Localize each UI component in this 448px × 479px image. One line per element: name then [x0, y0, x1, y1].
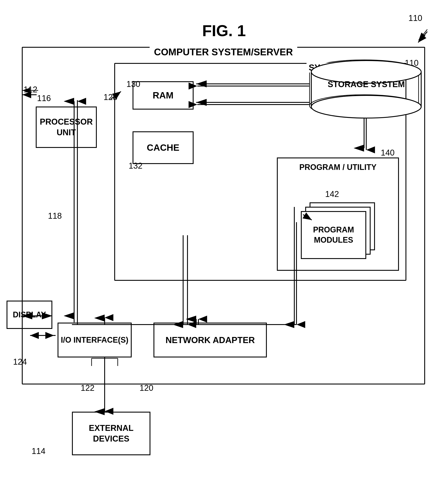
display-box: DISPLAY	[7, 301, 52, 329]
network-adapter-label: NETWORK ADAPTER	[165, 335, 255, 345]
ref-124: 124	[13, 357, 27, 367]
system-memory-label: SYSTEM MEMORY	[306, 63, 388, 73]
cache-box: CACHE	[133, 131, 194, 164]
program-modules-label: PROGRAM MODULES	[302, 225, 365, 245]
system-memory-box: SYSTEM MEMORY RAM CACHE PROGRAM / UTILIT…	[114, 63, 406, 281]
ref-110: 110	[408, 13, 422, 23]
outer-computer-box: COMPUTER SYSTEM/SERVER SYSTEM MEMORY RAM…	[22, 47, 425, 385]
program-modules-stack: PROGRAM MODULES	[297, 202, 379, 263]
page: FIG. 1 110	[0, 0, 448, 479]
ref-142: 142	[325, 190, 339, 199]
ref-122: 122	[81, 383, 94, 393]
ref-134: 134	[378, 61, 391, 70]
ref-114: 114	[32, 446, 45, 456]
ref-112: 112	[24, 85, 37, 94]
ram-label: RAM	[153, 90, 174, 101]
ram-box: RAM	[133, 81, 194, 110]
io-interface-label: I/O INTERFACE(S)	[61, 335, 129, 345]
ref-130: 130	[126, 80, 140, 89]
processor-unit-box: PROCESSOR UNIT	[36, 106, 97, 148]
processor-unit-label: PROCESSOR UNIT	[37, 117, 96, 138]
ref-120: 120	[140, 383, 153, 393]
program-utility-label: PROGRAM / UTILITY	[278, 163, 398, 172]
external-devices-label: EXTERNAL DEVICES	[73, 423, 149, 444]
ref-128: 128	[103, 93, 117, 102]
ref-118: 118	[48, 211, 62, 221]
ref-140: 140	[381, 148, 394, 158]
cache-label: CACHE	[147, 142, 179, 153]
program-utility-box: PROGRAM / UTILITY PROGRAM MODULES	[277, 158, 399, 271]
io-interface-box: I/O INTERFACE(S)	[58, 323, 132, 358]
network-adapter-box: NETWORK ADAPTER	[154, 323, 267, 358]
display-label: DISPLAY	[13, 310, 46, 319]
external-devices-box: EXTERNAL DEVICES	[72, 412, 150, 455]
pm-box-front: PROGRAM MODULES	[301, 211, 366, 259]
ref-132: 132	[129, 161, 142, 171]
computer-system-label: COMPUTER SYSTEM/SERVER	[149, 47, 297, 58]
figure-title: FIG. 1	[0, 22, 448, 40]
ref-110-label: 110	[405, 58, 419, 68]
ref-116: 116	[37, 94, 51, 103]
